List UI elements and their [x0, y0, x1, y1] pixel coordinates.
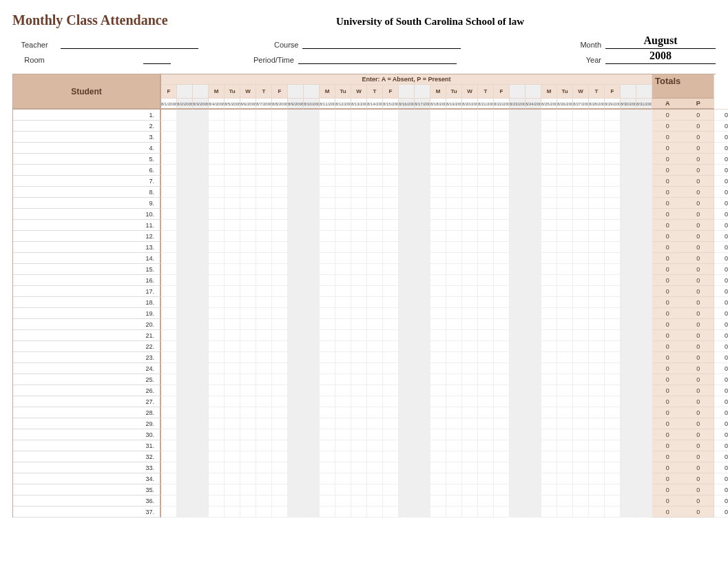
attendance-cell[interactable] [415, 319, 430, 330]
attendance-cell[interactable] [161, 110, 177, 121]
attendance-cell[interactable] [605, 110, 621, 121]
attendance-cell[interactable] [367, 484, 383, 495]
attendance-cell[interactable] [541, 385, 557, 396]
attendance-cell[interactable] [367, 462, 383, 473]
attendance-cell[interactable] [478, 308, 494, 319]
attendance-cell[interactable] [304, 352, 320, 363]
attendance-cell[interactable] [526, 429, 541, 440]
attendance-cell[interactable] [193, 506, 209, 518]
attendance-cell[interactable] [494, 264, 510, 275]
attendance-cell[interactable] [462, 165, 478, 176]
attendance-cell[interactable] [320, 385, 335, 396]
attendance-cell[interactable] [367, 506, 383, 518]
attendance-cell[interactable] [526, 220, 541, 231]
attendance-cell[interactable] [225, 429, 240, 440]
attendance-cell[interactable] [209, 407, 225, 418]
attendance-cell[interactable] [367, 253, 383, 264]
attendance-cell[interactable] [589, 319, 605, 330]
attendance-cell[interactable] [177, 209, 193, 220]
attendance-cell[interactable] [462, 253, 478, 264]
attendance-cell[interactable] [541, 429, 557, 440]
attendance-cell[interactable] [177, 385, 193, 396]
attendance-cell[interactable] [510, 308, 526, 319]
attendance-cell[interactable] [272, 286, 288, 297]
attendance-cell[interactable] [557, 242, 573, 253]
attendance-cell[interactable] [177, 242, 193, 253]
attendance-cell[interactable] [541, 396, 557, 407]
attendance-cell[interactable] [430, 209, 446, 220]
attendance-cell[interactable] [446, 363, 462, 374]
attendance-cell[interactable] [557, 429, 573, 440]
attendance-cell[interactable] [177, 308, 193, 319]
attendance-cell[interactable] [510, 121, 526, 132]
attendance-cell[interactable] [351, 374, 367, 385]
attendance-cell[interactable] [256, 429, 272, 440]
attendance-cell[interactable] [367, 341, 383, 352]
attendance-cell[interactable] [351, 176, 367, 187]
attendance-cell[interactable] [304, 154, 320, 165]
attendance-cell[interactable] [383, 154, 399, 165]
attendance-cell[interactable] [526, 253, 541, 264]
attendance-cell[interactable] [462, 220, 478, 231]
student-row-label[interactable]: 36. [13, 495, 161, 506]
attendance-cell[interactable] [446, 440, 462, 451]
attendance-cell[interactable] [383, 176, 399, 187]
attendance-cell[interactable] [589, 297, 605, 308]
attendance-cell[interactable] [589, 418, 605, 429]
attendance-cell[interactable] [209, 253, 225, 264]
attendance-cell[interactable] [225, 473, 240, 484]
attendance-cell[interactable] [541, 352, 557, 363]
attendance-cell[interactable] [193, 462, 209, 473]
attendance-cell[interactable] [636, 242, 652, 253]
attendance-cell[interactable] [605, 297, 621, 308]
attendance-cell[interactable] [541, 319, 557, 330]
attendance-cell[interactable] [494, 187, 510, 198]
attendance-cell[interactable] [510, 418, 526, 429]
attendance-cell[interactable] [272, 264, 288, 275]
attendance-cell[interactable] [462, 341, 478, 352]
attendance-cell[interactable] [193, 242, 209, 253]
attendance-cell[interactable] [272, 132, 288, 143]
attendance-cell[interactable] [462, 209, 478, 220]
attendance-cell[interactable] [177, 154, 193, 165]
attendance-cell[interactable] [161, 473, 177, 484]
attendance-cell[interactable] [193, 319, 209, 330]
attendance-cell[interactable] [288, 330, 304, 341]
attendance-cell[interactable] [335, 231, 351, 242]
attendance-cell[interactable] [304, 297, 320, 308]
attendance-cell[interactable] [161, 319, 177, 330]
attendance-cell[interactable] [430, 110, 446, 121]
attendance-cell[interactable] [193, 143, 209, 154]
attendance-cell[interactable] [510, 264, 526, 275]
attendance-cell[interactable] [256, 484, 272, 495]
attendance-cell[interactable] [510, 132, 526, 143]
attendance-cell[interactable] [589, 341, 605, 352]
attendance-cell[interactable] [335, 363, 351, 374]
attendance-cell[interactable] [510, 275, 526, 286]
attendance-cell[interactable] [510, 396, 526, 407]
attendance-cell[interactable] [367, 319, 383, 330]
attendance-cell[interactable] [240, 209, 256, 220]
attendance-cell[interactable] [320, 462, 335, 473]
attendance-cell[interactable] [399, 495, 415, 506]
attendance-cell[interactable] [526, 385, 541, 396]
attendance-cell[interactable] [494, 330, 510, 341]
attendance-cell[interactable] [256, 341, 272, 352]
attendance-cell[interactable] [636, 385, 652, 396]
attendance-cell[interactable] [589, 429, 605, 440]
attendance-cell[interactable] [478, 462, 494, 473]
attendance-cell[interactable] [557, 275, 573, 286]
attendance-cell[interactable] [225, 242, 240, 253]
attendance-cell[interactable] [621, 506, 636, 518]
attendance-cell[interactable] [541, 407, 557, 418]
attendance-cell[interactable] [383, 385, 399, 396]
attendance-cell[interactable] [415, 286, 430, 297]
attendance-cell[interactable] [225, 264, 240, 275]
attendance-cell[interactable] [526, 407, 541, 418]
attendance-cell[interactable] [272, 231, 288, 242]
attendance-cell[interactable] [589, 385, 605, 396]
attendance-cell[interactable] [335, 495, 351, 506]
attendance-cell[interactable] [367, 264, 383, 275]
student-row-label[interactable]: 37. [13, 506, 161, 518]
attendance-cell[interactable] [446, 451, 462, 462]
